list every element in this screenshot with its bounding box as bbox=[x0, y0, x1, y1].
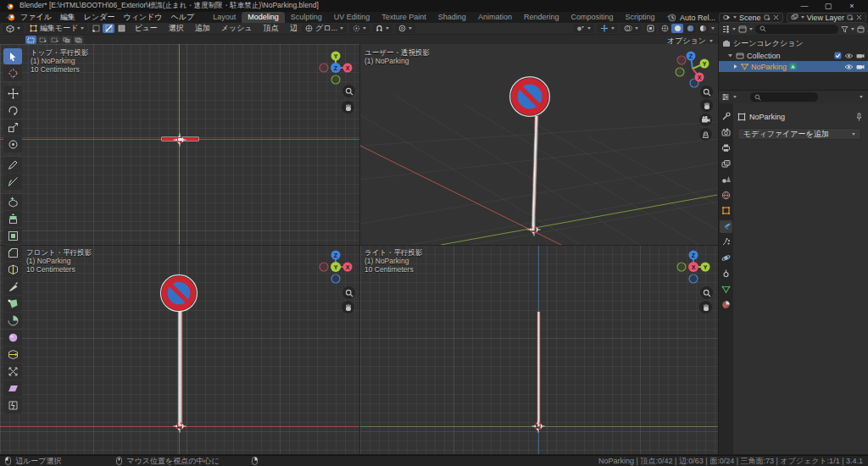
pan-hand-button[interactable] bbox=[700, 99, 713, 112]
tab-rendering[interactable]: Rendering bbox=[518, 12, 565, 23]
tool-loop-cut[interactable] bbox=[3, 262, 22, 278]
hide-eye-icon[interactable] bbox=[844, 53, 854, 59]
tool-inset-faces[interactable] bbox=[3, 228, 22, 244]
menu-vertex[interactable]: 頂点 bbox=[259, 23, 283, 34]
tab-texture-paint[interactable]: Texture Paint bbox=[376, 12, 432, 23]
tab-tool[interactable] bbox=[720, 110, 732, 123]
disable-render-camera-icon[interactable] bbox=[856, 64, 865, 70]
tool-rip-region[interactable] bbox=[3, 397, 22, 413]
tool-spin[interactable] bbox=[3, 313, 22, 329]
menu-select[interactable]: 選択 bbox=[164, 23, 188, 34]
editor-type-button[interactable] bbox=[3, 24, 24, 33]
shading-solid-button[interactable] bbox=[671, 24, 683, 33]
zoom-button[interactable] bbox=[342, 85, 355, 97]
show-object-types-dropdown[interactable] bbox=[573, 24, 594, 33]
remove-view-layer-icon[interactable] bbox=[856, 14, 862, 20]
overlays-dropdown[interactable] bbox=[620, 24, 642, 33]
tab-layout[interactable]: Layout bbox=[207, 12, 242, 23]
new-view-layer-icon[interactable] bbox=[847, 14, 854, 21]
tab-physics[interactable] bbox=[720, 252, 732, 264]
viewport-quadrant-user[interactable] bbox=[360, 44, 718, 245]
view-layer-selector[interactable]: View Layer bbox=[787, 13, 866, 23]
outliner-row-scene-collection[interactable]: シーンコレクション bbox=[719, 38, 868, 49]
checkbox-icon[interactable] bbox=[834, 52, 842, 59]
tool-move[interactable] bbox=[3, 86, 22, 102]
edge-select-button[interactable] bbox=[103, 24, 114, 33]
tab-output[interactable] bbox=[720, 141, 732, 154]
face-select-button[interactable] bbox=[115, 24, 127, 33]
quad-divider-horizontal[interactable] bbox=[0, 245, 718, 246]
tab-modeling[interactable]: Modeling bbox=[242, 12, 285, 23]
camera-view-button[interactable] bbox=[699, 114, 712, 126]
tab-view-layer[interactable] bbox=[720, 158, 732, 170]
auto-rel-label[interactable]: Auto Rel... bbox=[680, 14, 715, 22]
tool-select-box[interactable] bbox=[3, 48, 22, 64]
tab-world[interactable] bbox=[720, 189, 732, 202]
shading-wireframe-button[interactable] bbox=[659, 24, 670, 33]
hide-eye-icon[interactable] bbox=[844, 64, 854, 70]
tool-poly-build[interactable] bbox=[3, 296, 22, 312]
tab-animation[interactable]: Animation bbox=[472, 12, 518, 23]
editor-properties-icon[interactable] bbox=[721, 93, 730, 101]
tab-scene[interactable] bbox=[720, 173, 732, 186]
mode-dropdown[interactable]: 編集モード bbox=[26, 24, 87, 33]
tool-add-cube[interactable] bbox=[3, 194, 22, 210]
select-new-button[interactable] bbox=[25, 36, 36, 44]
menu-mesh[interactable]: メッシュ bbox=[217, 23, 257, 34]
menu-view[interactable]: ビュー bbox=[130, 23, 161, 34]
no-parking-sign[interactable] bbox=[159, 274, 198, 313]
tab-particles[interactable] bbox=[720, 236, 732, 248]
sign-pole[interactable] bbox=[537, 312, 541, 426]
select-intersect-button[interactable] bbox=[73, 36, 84, 44]
zoom-button[interactable] bbox=[700, 286, 713, 299]
new-collection-icon[interactable] bbox=[857, 25, 865, 33]
menu-window[interactable]: ウィンドウ bbox=[119, 12, 166, 23]
close-button[interactable]: × bbox=[846, 2, 858, 10]
tool-shrink-fatten[interactable] bbox=[3, 363, 22, 380]
select-extend-button[interactable] bbox=[37, 36, 48, 44]
nav-gizmo-user[interactable]: Z Y X bbox=[675, 49, 712, 88]
zoom-button[interactable] bbox=[700, 86, 713, 98]
pan-hand-button[interactable] bbox=[342, 101, 354, 114]
menu-edge[interactable]: 辺 bbox=[286, 23, 302, 34]
disable-render-camera-icon[interactable] bbox=[856, 53, 865, 59]
tool-extrude-region[interactable] bbox=[3, 211, 22, 227]
quad-divider-vertical[interactable] bbox=[359, 44, 360, 454]
3d-viewport[interactable]: トップ・平行投影(1) NoParking10 Centimeters ユーザー… bbox=[0, 44, 718, 454]
new-scene-icon[interactable] bbox=[764, 14, 771, 21]
tab-sculpting[interactable]: Sculpting bbox=[285, 12, 328, 23]
nav-gizmo-top[interactable]: Y X Z bbox=[317, 49, 354, 86]
snap-toggle[interactable] bbox=[372, 24, 392, 33]
maximize-button[interactable]: ▢ bbox=[822, 2, 834, 10]
menu-add[interactable]: 追加 bbox=[191, 23, 214, 34]
tab-modifiers[interactable] bbox=[720, 220, 732, 233]
tab-object[interactable] bbox=[720, 204, 732, 217]
tool-cursor[interactable] bbox=[3, 65, 22, 81]
editor-outliner-icon[interactable] bbox=[721, 25, 730, 33]
tool-annotate[interactable] bbox=[3, 157, 22, 173]
nav-gizmo-front[interactable]: Z X Y bbox=[317, 248, 354, 286]
properties-search-input[interactable] bbox=[750, 92, 818, 102]
tab-scripting[interactable]: Scripting bbox=[619, 12, 660, 23]
transform-orientation-dropdown[interactable]: グロ... bbox=[302, 24, 347, 33]
filter-icon[interactable] bbox=[841, 25, 849, 33]
tool-rotate[interactable] bbox=[3, 103, 22, 119]
pivot-point-dropdown[interactable] bbox=[349, 24, 370, 33]
menu-render[interactable]: レンダー bbox=[80, 12, 120, 23]
scene-selector[interactable]: Scene bbox=[719, 13, 783, 23]
tab-uv-editing[interactable]: UV Editing bbox=[328, 12, 376, 23]
menu-file[interactable]: ファイル bbox=[16, 12, 56, 23]
shading-rendered-button[interactable] bbox=[697, 24, 709, 33]
disclosure-triangle-icon[interactable] bbox=[732, 64, 738, 69]
perspective-toggle-button[interactable] bbox=[699, 128, 712, 141]
outliner-row-noparking[interactable]: NoParking bbox=[719, 61, 868, 72]
disclosure-triangle-icon[interactable] bbox=[727, 53, 733, 58]
pin-icon[interactable] bbox=[855, 113, 863, 121]
menu-help[interactable]: ヘルプ bbox=[167, 12, 199, 23]
tab-render[interactable] bbox=[720, 126, 732, 139]
add-modifier-button[interactable]: モディファイアーを追加 bbox=[737, 128, 861, 140]
tool-shear[interactable] bbox=[3, 380, 22, 397]
show-gizmo-dropdown[interactable] bbox=[597, 24, 618, 33]
outliner-search-input[interactable] bbox=[755, 25, 838, 34]
vertex-select-button[interactable] bbox=[90, 24, 102, 33]
